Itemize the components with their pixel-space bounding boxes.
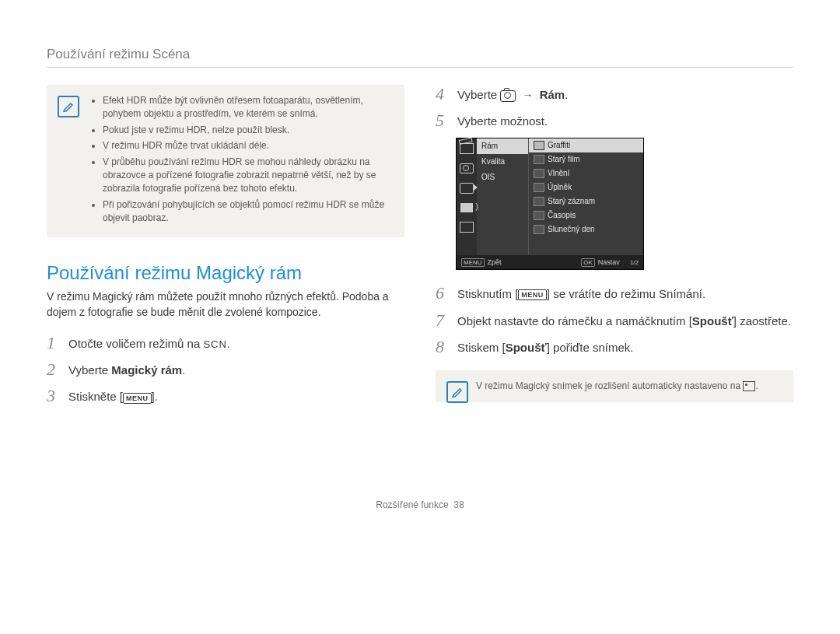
lcd-item-kvalita[interactable]: Kvalita: [477, 154, 528, 170]
lcd-option[interactable]: Starý film: [529, 152, 643, 166]
scn-icon: SCN: [203, 338, 226, 350]
step-number: 2: [47, 360, 68, 379]
step-2: 2 Vyberte Magický rám.: [47, 360, 404, 379]
tool-icon: [460, 222, 474, 233]
thumb-icon: [534, 155, 544, 164]
camera-icon: [500, 90, 516, 102]
camera-lcd-screenshot: Rám Kvalita OIS Graffiti Starý film Vlně…: [456, 138, 644, 270]
note-text: V režimu Magický snímek je rozlišení aut…: [476, 380, 743, 391]
note-item: Pokud jste v režimu HDR, nelze použít bl…: [103, 124, 392, 137]
step-number: 1: [47, 334, 68, 352]
step-text: Stiskněte [: [68, 390, 123, 403]
note-icon: [58, 96, 79, 117]
menu-icon: MENU: [461, 258, 485, 267]
lcd-item-ram[interactable]: Rám: [477, 138, 528, 154]
menu-button-icon: MENU: [123, 393, 152, 404]
step-number: 5: [436, 111, 457, 130]
thumb-icon: [534, 183, 544, 192]
step-bold: Magický rám: [111, 363, 182, 377]
step-bold: Spoušť: [692, 314, 733, 328]
step-text: Vyberte: [457, 88, 500, 101]
step-5: 5 Vyberte možnost.: [436, 111, 793, 130]
resolution-note-box: V režimu Magický snímek je rozlišení aut…: [436, 370, 793, 402]
step-7: 7 Objekt nastavte do rámečku a namáčknut…: [436, 311, 793, 330]
ok-icon: OK: [581, 258, 595, 267]
lcd-sidebar: [457, 138, 477, 255]
step-8: 8 Stiskem [Spoušť] pořiďte snímek.: [436, 338, 793, 356]
video-icon: [460, 183, 474, 194]
step-number: 4: [436, 85, 457, 103]
step-bold: Spoušť: [506, 341, 547, 354]
note-icon: [446, 381, 468, 403]
hdr-notes-box: Efekt HDR může být ovlivněn otřesem foto…: [47, 85, 404, 237]
lcd-option[interactable]: Časopis: [529, 208, 643, 222]
hdr-notes-list: Efekt HDR může být ovlivněn otřesem foto…: [90, 94, 392, 226]
lcd-menu-left: Rám Kvalita OIS: [477, 138, 529, 255]
page-header: Používání režimu Scéna: [47, 47, 793, 68]
note-item: Při pořizování pohybujících se objektů p…: [103, 198, 392, 226]
thumb-icon: [534, 211, 544, 220]
step-3: 3 Stiskněte [MENU].: [47, 387, 404, 405]
section-body: V režimu Magický rám můžete použít mnoho…: [47, 289, 404, 321]
clapper-icon: [460, 143, 474, 154]
step-text: Vyberte možnost.: [457, 111, 548, 130]
camera-icon: [460, 163, 474, 173]
lcd-option[interactable]: Slunečný den: [529, 222, 643, 236]
lcd-option[interactable]: Úplněk: [529, 180, 643, 194]
step-number: 7: [436, 311, 457, 330]
thumb-icon: [534, 197, 544, 206]
lcd-page: 1/2: [630, 259, 639, 266]
note-item: Efekt HDR může být ovlivněn otřesem foto…: [103, 94, 392, 121]
step-text: Otočte voličem režimů na: [68, 337, 203, 350]
step-text: Stiskem [: [457, 341, 506, 354]
arrow-icon: →: [522, 87, 533, 103]
thumb-icon: [534, 225, 544, 234]
speaker-icon: [460, 203, 473, 212]
lcd-item-ois[interactable]: OIS: [477, 170, 528, 185]
step-text: Vyberte: [68, 363, 111, 377]
step-text: Stisknutím [: [457, 287, 518, 300]
lcd-option[interactable]: Graffiti: [529, 138, 643, 152]
thumb-icon: [534, 169, 544, 178]
step-number: 8: [436, 338, 457, 356]
step-1: 1 Otočte voličem režimů na SCN.: [47, 334, 404, 352]
note-item: V průběhu používání režimu HDR se mohou …: [103, 156, 392, 196]
lcd-option[interactable]: Starý záznam: [529, 194, 643, 208]
note-item: V režimu HDR může trvat ukládání déle.: [103, 139, 392, 152]
lcd-option[interactable]: Vlnění: [529, 166, 643, 180]
menu-button-icon: MENU: [518, 289, 547, 300]
page-footer: Rozšířené funkce 38: [47, 499, 793, 510]
step-bold: Rám: [540, 88, 565, 101]
step-4: 4 Vyberte → Rám.: [436, 85, 793, 103]
step-number: 6: [436, 284, 457, 303]
thumb-icon: [534, 141, 544, 150]
lcd-menu-right: Graffiti Starý film Vlnění Úplněk Starý …: [529, 138, 643, 255]
step-6: 6 Stisknutím [MENU] se vrátíte do režimu…: [436, 284, 793, 303]
step-number: 3: [47, 387, 68, 405]
image-size-icon: [743, 381, 755, 391]
section-title: Používání režimu Magický rám: [47, 262, 404, 284]
lcd-footer: MENU Zpět OK Nastav 1/2: [457, 255, 643, 269]
step-text: Objekt nastavte do rámečku a namáčknutím…: [457, 314, 692, 328]
